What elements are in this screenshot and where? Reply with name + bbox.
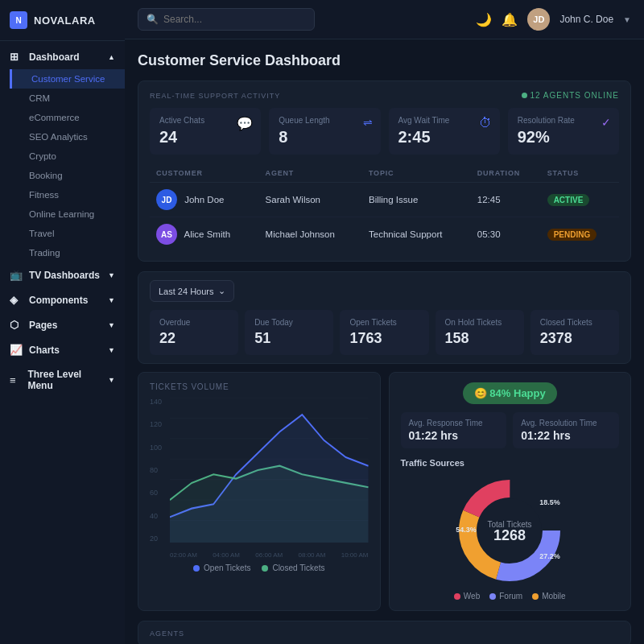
legend-web: Web: [454, 592, 480, 601]
metric-avg-wait: Avg Wait Time 2:45 ⏱: [389, 108, 500, 155]
chart-title: TICKETS VOLUME: [150, 382, 369, 391]
avatar-as: AS: [156, 224, 177, 245]
sidebar-item-seo[interactable]: SEO Analytics: [10, 127, 125, 147]
agents-label: AGENTS: [150, 630, 619, 638]
table-row: AS Alice Smith Michael Johnson Technical…: [150, 217, 619, 252]
sidebar-item-online-learning[interactable]: Online Learning: [10, 204, 125, 224]
mobile-pct: 18.5%: [539, 498, 560, 506]
sidebar-item-booking[interactable]: Booking: [10, 166, 125, 185]
col-topic: TOPIC: [362, 164, 471, 183]
chevron-down-icon5: ▼: [108, 376, 115, 384]
agents-section: AGENTS: [138, 621, 631, 644]
tickets-header: Last 24 Hours ⌄: [150, 280, 619, 302]
notification-icon[interactable]: 🔔: [502, 12, 518, 27]
col-status: STATUS: [541, 164, 619, 183]
happy-badge: 😊 84% Happy: [463, 382, 557, 404]
chevron-down-icon4: ▼: [108, 346, 115, 354]
search-box[interactable]: 🔍: [138, 8, 315, 31]
sidebar-item-crm[interactable]: CRM: [10, 89, 125, 108]
time-filter-select[interactable]: Last 24 Hours ⌄: [150, 280, 234, 302]
ticket-open: Open Tickets 1763: [340, 310, 428, 355]
line-chart-wrap: 140 120 100 80 60 40 20: [150, 398, 369, 559]
y-axis-labels: 140 120 100 80 60 40 20: [150, 398, 162, 543]
realtime-support-card: REAL-TIME SUPPORT ACTIVITY 12 agents onl…: [138, 80, 631, 262]
legend-mobile: Mobile: [532, 592, 565, 601]
sidebar-item-three-level[interactable]: ≡ Three Level Menu ▼: [0, 362, 125, 398]
sidebar-item-fitness[interactable]: Fitness: [10, 185, 125, 204]
charts-row: TICKETS VOLUME 140 120 100 80 60 40 20: [138, 372, 631, 611]
status-badge-pending: PENDING: [547, 229, 597, 241]
chart-svg-container: [170, 398, 369, 543]
ticket-closed: Closed Tickets 2378: [530, 310, 619, 355]
avg-response-card: Avg. Response Time 01:22 hrs: [401, 412, 507, 448]
chevron-down-icon3: ▼: [108, 321, 115, 329]
realtime-label: REAL-TIME SUPPORT ACTIVITY 12 agents onl…: [150, 91, 619, 100]
logo-icon: N: [10, 11, 27, 29]
timer-icon: ⏱: [479, 116, 492, 130]
logo: N NOVALARA: [0, 0, 125, 41]
legend-open: Open Tickets: [193, 564, 250, 572]
checkmark-icon: ✓: [601, 116, 611, 129]
components-icon: ◈: [10, 294, 23, 306]
user-chevron-icon[interactable]: ▼: [623, 15, 631, 24]
web-pct: 54.3%: [456, 526, 477, 534]
user-name: John C. Doe: [559, 14, 613, 25]
metric-resolution-rate: Resolution Rate 92% ✓: [508, 108, 619, 155]
forum-dot: [489, 593, 496, 600]
search-icon: 🔍: [147, 14, 159, 25]
page-title: Customer Service Dashboard: [138, 52, 631, 69]
metric-active-chats: Active Chats 24 💬: [150, 108, 261, 155]
logo-text: NOVALARA: [34, 14, 96, 27]
chart-legend: Open Tickets Closed Tickets: [150, 564, 369, 572]
ticket-due-today: Due Today 51: [245, 310, 333, 355]
mobile-dot: [532, 593, 539, 600]
sidebar-item-travel[interactable]: Travel: [10, 224, 125, 243]
col-duration: DURATION: [471, 164, 541, 183]
tv-icon: 📺: [10, 269, 23, 281]
sidebar-item-charts[interactable]: 📈 Charts ▼: [0, 337, 125, 362]
sidebar-item-ecommerce[interactable]: eCommerce: [10, 108, 125, 127]
col-agent: AGENT: [259, 164, 362, 183]
metrics-row: Active Chats 24 💬 Queue Length 8 ⇌ Avg W…: [150, 108, 619, 155]
tickets-grid: Overdue 22 Due Today 51 Open Tickets 176…: [150, 310, 619, 355]
tickets-card: Last 24 Hours ⌄ Overdue 22 Due Today 51 …: [138, 271, 631, 364]
theme-toggle-icon[interactable]: 🌙: [476, 12, 492, 27]
sidebar-item-crypto[interactable]: Crypto: [10, 147, 125, 166]
header-actions: 🌙 🔔 JD John C. Doe ▼: [476, 8, 631, 31]
dashboard-icon: ⊞: [10, 51, 23, 63]
online-dot: [522, 93, 527, 98]
response-row: Avg. Response Time 01:22 hrs Avg. Resolu…: [401, 412, 620, 448]
chevron-up-icon: ▲: [108, 53, 115, 61]
open-legend-dot: [193, 565, 200, 572]
col-customer: CUSTOMER: [150, 164, 259, 183]
x-axis-labels: 02:00 AM 04:00 AM 06:00 AM 08:00 AM 10:0…: [170, 551, 369, 559]
support-table: CUSTOMER AGENT TOPIC DURATION STATUS JD …: [150, 164, 619, 251]
total-value: 1268: [493, 527, 526, 543]
online-badge: 12 agents online: [522, 91, 619, 100]
closed-legend-dot: [262, 565, 268, 572]
happy-traffic-panel: 😊 84% Happy Avg. Response Time 01:22 hrs…: [389, 372, 632, 611]
ticket-overdue: Overdue 22: [150, 310, 238, 355]
chevron-down-icon2: ▼: [108, 296, 115, 304]
donut-chart: Total Tickets 1268 54.3% 27.2% 18.5%: [401, 474, 620, 587]
donut-legend: Web Forum Mobile: [401, 592, 620, 601]
header: 🔍 🌙 🔔 JD John C. Doe ▼: [125, 0, 644, 39]
charts-icon: 📈: [10, 344, 23, 356]
sidebar-item-pages[interactable]: ⬡ Pages ▼: [0, 312, 125, 337]
sidebar-item-dashboard[interactable]: ⊞ Dashboard ▲: [0, 44, 125, 69]
sidebar-item-components[interactable]: ◈ Components ▼: [0, 287, 125, 312]
sidebar-item-trading[interactable]: Trading: [10, 243, 125, 262]
avatar: JD: [527, 8, 550, 31]
sidebar-item-tv-dashboards[interactable]: 📺 TV Dashboards ▼: [0, 262, 125, 287]
avg-resolution-card: Avg. Resolution Time 01:22 hrs: [513, 412, 619, 448]
forum-pct: 27.2%: [539, 552, 560, 560]
filter-label: Last 24 Hours: [159, 287, 213, 296]
sidebar-item-customer-service[interactable]: Customer Service: [10, 69, 125, 89]
traffic-title: Traffic Sources: [401, 458, 620, 468]
search-input[interactable]: [163, 14, 306, 25]
line-chart-svg: [170, 398, 369, 543]
legend-forum: Forum: [489, 592, 522, 601]
main-content: 🔍 🌙 🔔 JD John C. Doe ▼ Customer Service …: [125, 0, 644, 644]
web-dot: [454, 593, 460, 600]
pages-icon: ⬡: [10, 319, 23, 331]
